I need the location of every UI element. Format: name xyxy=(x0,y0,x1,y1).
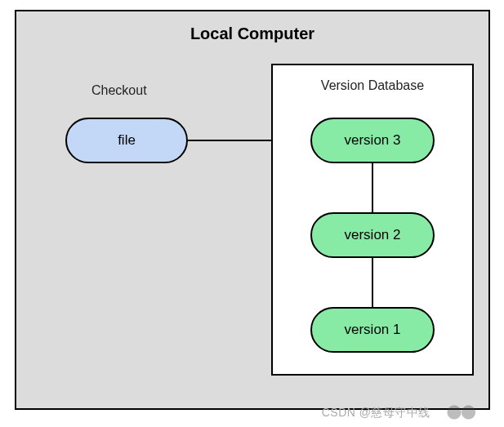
watermark-logo-icon xyxy=(437,403,494,422)
checkout-label: Checkout xyxy=(91,83,147,98)
watermark-text: CSDN @慈母守中线 xyxy=(322,406,430,420)
version-2-node: version 2 xyxy=(310,212,435,258)
version-node-label: version 3 xyxy=(345,132,401,149)
version-database-container: Version Database version 3 version 2 ver… xyxy=(271,64,474,376)
file-node-label: file xyxy=(118,132,136,149)
diagram-title: Local Computer xyxy=(16,24,488,43)
version-3-node: version 3 xyxy=(310,118,435,163)
version-1-node: version 1 xyxy=(310,307,435,353)
connector-v3-to-v2 xyxy=(372,163,373,212)
version-database-label: Version Database xyxy=(273,78,472,93)
file-node: file xyxy=(65,118,188,163)
version-node-label: version 1 xyxy=(345,322,401,338)
local-computer-container: Local Computer Checkout file Version Dat… xyxy=(15,10,490,410)
version-node-label: version 2 xyxy=(345,227,401,243)
connector-v2-to-v1 xyxy=(372,258,373,307)
